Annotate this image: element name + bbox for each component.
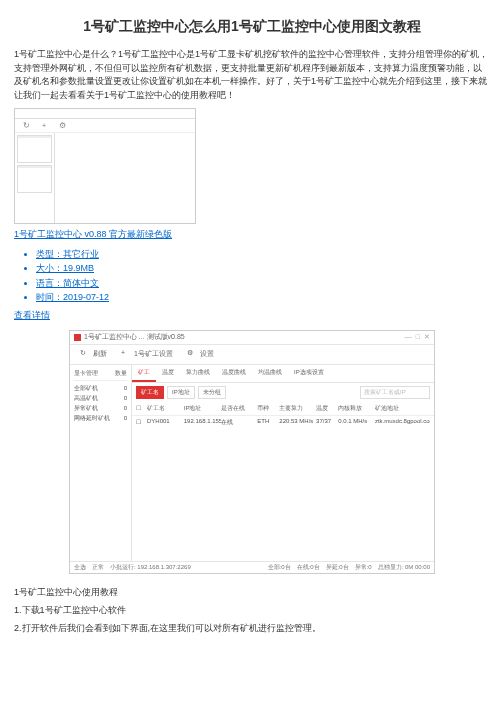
main-screenshot: 1号矿工监控中心 ... 测试版v0.85 — □ ✕ ↻ 刷新 + 1号矿工设… xyxy=(69,330,435,574)
toolbar-settings[interactable]: ⚙ 设置 xyxy=(187,349,214,359)
side-row-label: 高温矿机 xyxy=(74,393,98,403)
side-row-label: 异常矿机 xyxy=(74,403,98,413)
status-bar: 全选 正常 小批运行: 192.168.1.307:2269 全部:0台 在线:… xyxy=(70,561,434,573)
download-link[interactable]: 1号矿工监控中心 v0.88 官方最新绿色版 xyxy=(14,228,490,241)
gear-icon: ⚙ xyxy=(187,349,197,359)
side-header-count: 数量 xyxy=(115,369,127,378)
sidebar: 显卡管理 数量 全部矿机 0 高温矿机 0 异常矿机 0 网络延时矿机 0 xyxy=(70,365,132,561)
info-date[interactable]: 时间：2019-07-12 xyxy=(36,290,490,304)
footer-select-all[interactable]: 全选 xyxy=(74,563,86,572)
search-input[interactable]: 搜索矿工名或IP xyxy=(360,386,430,399)
table-header: ☐ 矿工名 IP地址 是否在线 币种 主要算力 温度 内核释放 矿池地址 xyxy=(132,402,434,416)
th-temp: 温度 xyxy=(316,404,338,413)
info-type[interactable]: 类型：其它行业 xyxy=(36,247,490,261)
gear-icon: ⚙ xyxy=(57,121,67,131)
side-row-label: 网络延时矿机 xyxy=(74,413,110,423)
th-online: 是否在线 xyxy=(221,404,258,413)
section-heading: 1号矿工监控中心使用教程 xyxy=(14,584,490,600)
toolbar-add[interactable]: + 1号矿工设置 xyxy=(121,349,173,359)
footer-abnormal: 异常:0 xyxy=(355,563,372,572)
th-name: 矿工名 xyxy=(147,404,184,413)
filter-ip[interactable]: IP地址 xyxy=(167,386,195,399)
add-icon: + xyxy=(39,121,49,131)
side-row-value: 0 xyxy=(124,403,127,413)
app-toolbar: ↻ 刷新 + 1号矿工设置 ⚙ 设置 xyxy=(70,345,434,365)
filter-miner-name[interactable]: 矿工名 xyxy=(136,386,164,399)
tab-temp[interactable]: 温度 xyxy=(156,365,180,382)
close-icon[interactable]: ✕ xyxy=(424,333,430,341)
refresh-icon: ↻ xyxy=(80,349,90,359)
side-row-value: 0 xyxy=(124,383,127,393)
side-row-hot[interactable]: 高温矿机 0 xyxy=(74,393,127,403)
th-checkbox[interactable]: ☐ xyxy=(136,404,147,413)
footer-online: 在线:0台 xyxy=(297,563,320,572)
td-core: 0.0.1 MH/s xyxy=(338,418,375,427)
th-coin: 币种 xyxy=(257,404,279,413)
td-checkbox[interactable]: ☐ xyxy=(136,418,147,427)
maximize-icon[interactable]: □ xyxy=(416,333,420,341)
window-title-text: 1号矿工监控中心 ... 测试版v0.85 xyxy=(84,332,185,342)
step-2: 2.打开软件后我们会看到如下界面,在这里我们可以对所有矿机进行监控管理。 xyxy=(14,620,490,636)
thumb-titlebar xyxy=(15,109,195,119)
footer-total-hash: 总独显力: 0M 00:00 xyxy=(378,563,430,572)
thumb-main-area xyxy=(55,133,195,223)
side-row-all[interactable]: 全部矿机 0 xyxy=(74,383,127,393)
info-list: 类型：其它行业 大小：19.9MB 语言：简体中文 时间：2019-07-12 xyxy=(14,247,490,305)
td-pool: ztk.muxdc.8gpool.com:8008 xyxy=(375,418,430,427)
thumb-sidebar xyxy=(15,133,55,223)
main-panel: 矿工 温度 算力曲线 温度曲线 均温曲线 IP选项设置 矿工名 IP地址 未分组… xyxy=(132,365,434,561)
td-coin: ETH xyxy=(257,418,279,427)
side-row-delay[interactable]: 网络延时矿机 0 xyxy=(74,413,127,423)
table-row[interactable]: ☐ DYH001 192.168.1.155 在线 ETH 220.53 MH/… xyxy=(132,416,434,429)
td-temp: 37/37 xyxy=(316,418,338,427)
footer-normal: 正常 xyxy=(92,563,104,572)
info-size[interactable]: 大小：19.9MB xyxy=(36,261,490,275)
tab-bar: 矿工 温度 算力曲线 温度曲线 均温曲线 IP选项设置 xyxy=(132,365,434,383)
th-ip: IP地址 xyxy=(184,404,221,413)
side-row-value: 0 xyxy=(124,413,127,423)
refresh-icon: ↻ xyxy=(21,121,31,131)
td-ip: 192.168.1.155 xyxy=(184,418,221,427)
td-hash: 220.53 MH/s xyxy=(279,418,316,427)
tab-miner[interactable]: 矿工 xyxy=(132,365,156,382)
filter-bar: 矿工名 IP地址 未分组 搜索矿工名或IP xyxy=(132,383,434,402)
td-name: DYH001 xyxy=(147,418,184,427)
side-row-abnormal[interactable]: 异常矿机 0 xyxy=(74,403,127,413)
tab-temp-curve[interactable]: 温度曲线 xyxy=(216,365,252,382)
minimize-icon[interactable]: — xyxy=(405,333,412,341)
toolbar-refresh[interactable]: ↻ 刷新 xyxy=(80,349,107,359)
th-hash: 主要算力 xyxy=(279,404,316,413)
td-online: 在线 xyxy=(221,418,258,427)
plus-icon: + xyxy=(121,349,131,359)
step-1: 1.下载1号矿工监控中心软件 xyxy=(14,602,490,618)
info-lang[interactable]: 语言：简体中文 xyxy=(36,276,490,290)
side-row-label: 全部矿机 xyxy=(74,383,98,393)
intro-paragraph: 1号矿工监控中心是什么？1号矿工监控中心是1号矿工显卡矿机挖矿软件的监控中心管理… xyxy=(14,48,490,102)
detail-link[interactable]: 查看详情 xyxy=(14,309,490,322)
th-core: 内核释放 xyxy=(338,404,375,413)
filter-ungrouped[interactable]: 未分组 xyxy=(198,386,226,399)
tab-hash-curve[interactable]: 算力曲线 xyxy=(180,365,216,382)
footer-batch: 小批运行: 192.168.1.307:2269 xyxy=(110,563,191,572)
page-title: 1号矿工监控中心怎么用1号矿工监控中心使用图文教程 xyxy=(14,18,490,36)
toolbar-add-label: 1号矿工设置 xyxy=(134,349,173,359)
tab-ip-settings[interactable]: IP选项设置 xyxy=(288,365,330,382)
side-header-name: 显卡管理 xyxy=(74,369,98,378)
window-titlebar: 1号矿工监控中心 ... 测试版v0.85 — □ ✕ xyxy=(70,331,434,345)
thumb-toolbar: ↻ + ⚙ xyxy=(15,119,195,133)
footer-total: 全部:0台 xyxy=(268,563,291,572)
side-row-value: 0 xyxy=(124,393,127,403)
thumbnail-screenshot: ↻ + ⚙ xyxy=(14,108,196,224)
th-pool: 矿池地址 xyxy=(375,404,430,413)
tab-avg-curve[interactable]: 均温曲线 xyxy=(252,365,288,382)
toolbar-refresh-label: 刷新 xyxy=(93,349,107,359)
app-icon xyxy=(74,334,81,341)
toolbar-settings-label: 设置 xyxy=(200,349,214,359)
footer-delay: 异延:0台 xyxy=(326,563,349,572)
